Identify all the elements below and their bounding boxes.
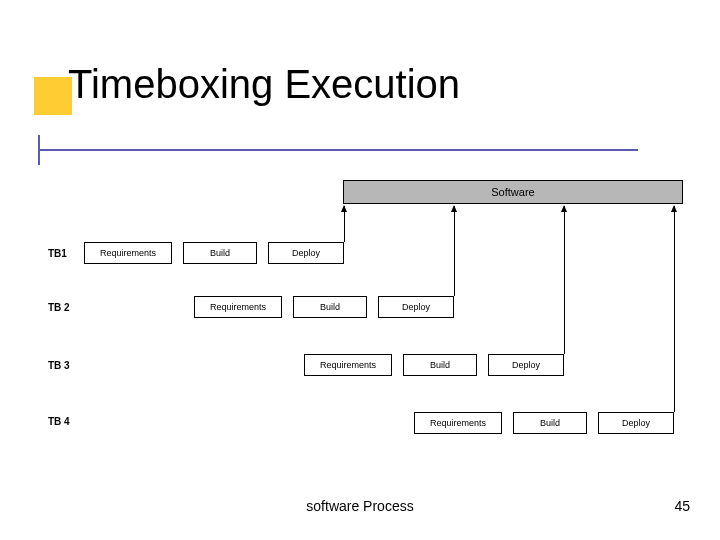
stage-build: Build xyxy=(513,412,587,434)
software-band: Software xyxy=(343,180,683,204)
row-label-tb4: TB 4 xyxy=(48,416,70,427)
row-label-tb1: TB1 xyxy=(48,248,67,259)
footer-caption: software Process xyxy=(0,498,720,514)
stage-requirements: Requirements xyxy=(84,242,172,264)
slide-title: Timeboxing Execution xyxy=(68,62,460,107)
stage-build: Build xyxy=(183,242,257,264)
stage-requirements: Requirements xyxy=(304,354,392,376)
stage-deploy: Deploy xyxy=(268,242,344,264)
stage-requirements: Requirements xyxy=(414,412,502,434)
title-accent-square xyxy=(34,77,72,115)
arrow-tb1 xyxy=(344,206,345,242)
row-label-tb2: TB 2 xyxy=(48,302,70,313)
stage-build: Build xyxy=(403,354,477,376)
stage-deploy: Deploy xyxy=(598,412,674,434)
stage-deploy: Deploy xyxy=(378,296,454,318)
arrow-tb2 xyxy=(454,206,455,296)
stage-build: Build xyxy=(293,296,367,318)
arrow-tb4 xyxy=(674,206,675,412)
row-label-tb3: TB 3 xyxy=(48,360,70,371)
timeboxing-diagram: Software TB1 TB 2 TB 3 TB 4 Requirements… xyxy=(48,180,688,468)
arrow-tb3 xyxy=(564,206,565,354)
title-rule xyxy=(38,149,638,151)
stage-requirements: Requirements xyxy=(194,296,282,318)
slide-number: 45 xyxy=(674,498,690,514)
stage-deploy: Deploy xyxy=(488,354,564,376)
